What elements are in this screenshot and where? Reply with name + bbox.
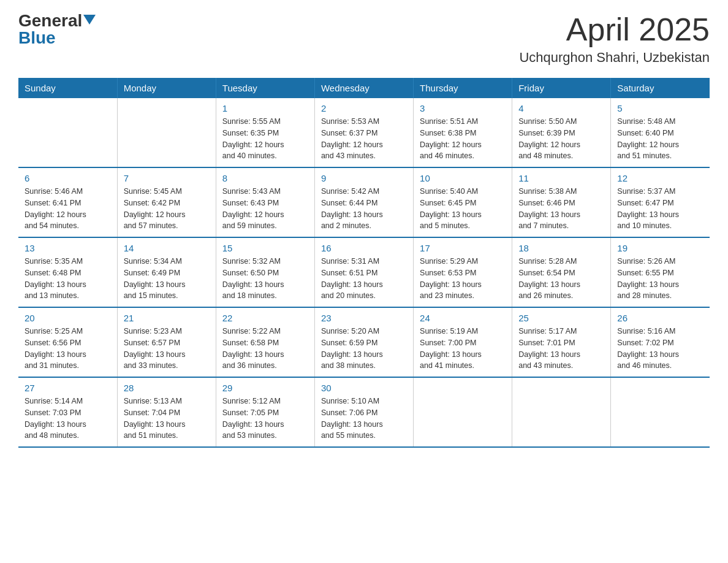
day-info: Sunrise: 5:48 AMSunset: 6:40 PMDaylight:… (617, 116, 703, 162)
day-info: Sunrise: 5:14 AMSunset: 7:03 PMDaylight:… (25, 396, 111, 442)
day-cell: 11Sunrise: 5:38 AMSunset: 6:46 PMDayligh… (512, 167, 611, 237)
day-cell: 3Sunrise: 5:51 AMSunset: 6:38 PMDaylight… (414, 98, 512, 167)
day-info: Sunrise: 5:28 AMSunset: 6:54 PMDaylight:… (518, 256, 604, 302)
day-number: 6 (25, 173, 111, 183)
day-info: Sunrise: 5:31 AMSunset: 6:51 PMDaylight:… (321, 256, 407, 302)
day-number: 29 (222, 383, 308, 393)
week-row-4: 20Sunrise: 5:25 AMSunset: 6:56 PMDayligh… (18, 307, 710, 377)
day-number: 4 (518, 103, 604, 113)
day-cell: 14Sunrise: 5:34 AMSunset: 6:49 PMDayligh… (117, 237, 216, 307)
day-info: Sunrise: 5:43 AMSunset: 6:43 PMDaylight:… (222, 186, 308, 232)
day-cell: 13Sunrise: 5:35 AMSunset: 6:48 PMDayligh… (18, 237, 117, 307)
day-info: Sunrise: 5:35 AMSunset: 6:48 PMDaylight:… (25, 256, 111, 302)
weekday-header-saturday: Saturday (611, 78, 710, 98)
day-info: Sunrise: 5:20 AMSunset: 6:59 PMDaylight:… (321, 326, 407, 372)
logo-blue-text: Blue (18, 29, 56, 47)
day-info: Sunrise: 5:22 AMSunset: 6:58 PMDaylight:… (222, 326, 308, 372)
day-number: 27 (25, 383, 111, 393)
day-info: Sunrise: 5:40 AMSunset: 6:45 PMDaylight:… (420, 186, 506, 232)
day-info: Sunrise: 5:25 AMSunset: 6:56 PMDaylight:… (25, 326, 111, 372)
day-number: 16 (321, 243, 407, 253)
day-cell: 1Sunrise: 5:55 AMSunset: 6:35 PMDaylight… (216, 98, 314, 167)
day-info: Sunrise: 5:29 AMSunset: 6:53 PMDaylight:… (420, 256, 506, 302)
day-number: 8 (222, 173, 308, 183)
day-number: 28 (124, 383, 210, 393)
day-cell: 7Sunrise: 5:45 AMSunset: 6:42 PMDaylight… (117, 167, 216, 237)
day-info: Sunrise: 5:55 AMSunset: 6:35 PMDaylight:… (222, 116, 308, 162)
weekday-header-row: SundayMondayTuesdayWednesdayThursdayFrid… (18, 78, 710, 98)
day-cell: 5Sunrise: 5:48 AMSunset: 6:40 PMDaylight… (611, 98, 710, 167)
day-cell: 19Sunrise: 5:26 AMSunset: 6:55 PMDayligh… (611, 237, 710, 307)
day-info: Sunrise: 5:23 AMSunset: 6:57 PMDaylight:… (124, 326, 210, 372)
day-cell: 29Sunrise: 5:12 AMSunset: 7:05 PMDayligh… (216, 377, 314, 447)
day-number: 1 (222, 103, 308, 113)
day-number: 21 (124, 313, 210, 323)
day-cell (512, 377, 611, 447)
day-number: 25 (518, 313, 604, 323)
day-info: Sunrise: 5:51 AMSunset: 6:38 PMDaylight:… (420, 116, 506, 162)
day-cell: 28Sunrise: 5:13 AMSunset: 7:04 PMDayligh… (117, 377, 216, 447)
day-cell: 12Sunrise: 5:37 AMSunset: 6:47 PMDayligh… (611, 167, 710, 237)
day-info: Sunrise: 5:46 AMSunset: 6:41 PMDaylight:… (25, 186, 111, 232)
day-number: 2 (321, 103, 407, 113)
day-number: 5 (617, 103, 703, 113)
logo-triangle-icon (83, 15, 96, 25)
day-number: 14 (124, 243, 210, 253)
day-number: 3 (420, 103, 506, 113)
day-info: Sunrise: 5:53 AMSunset: 6:37 PMDaylight:… (321, 116, 407, 162)
weekday-header-sunday: Sunday (18, 78, 117, 98)
day-cell (117, 98, 216, 167)
day-cell (18, 98, 117, 167)
day-number: 26 (617, 313, 703, 323)
day-cell (611, 377, 710, 447)
weekday-header-monday: Monday (117, 78, 216, 98)
day-info: Sunrise: 5:45 AMSunset: 6:42 PMDaylight:… (124, 186, 210, 232)
day-cell: 22Sunrise: 5:22 AMSunset: 6:58 PMDayligh… (216, 307, 314, 377)
day-info: Sunrise: 5:17 AMSunset: 7:01 PMDaylight:… (518, 326, 604, 372)
calendar-title: April 2025 (519, 12, 710, 47)
day-cell: 25Sunrise: 5:17 AMSunset: 7:01 PMDayligh… (512, 307, 611, 377)
day-info: Sunrise: 5:38 AMSunset: 6:46 PMDaylight:… (518, 186, 604, 232)
logo: General Blue (18, 12, 96, 47)
day-cell: 8Sunrise: 5:43 AMSunset: 6:43 PMDaylight… (216, 167, 314, 237)
week-row-3: 13Sunrise: 5:35 AMSunset: 6:48 PMDayligh… (18, 237, 710, 307)
calendar-subtitle: Uchqurghon Shahri, Uzbekistan (519, 50, 710, 66)
day-number: 7 (124, 173, 210, 183)
day-cell: 4Sunrise: 5:50 AMSunset: 6:39 PMDaylight… (512, 98, 611, 167)
day-cell: 30Sunrise: 5:10 AMSunset: 7:06 PMDayligh… (314, 377, 413, 447)
day-cell: 27Sunrise: 5:14 AMSunset: 7:03 PMDayligh… (18, 377, 117, 447)
day-info: Sunrise: 5:34 AMSunset: 6:49 PMDaylight:… (124, 256, 210, 302)
day-number: 11 (518, 173, 604, 183)
day-number: 13 (25, 243, 111, 253)
day-cell: 6Sunrise: 5:46 AMSunset: 6:41 PMDaylight… (18, 167, 117, 237)
day-info: Sunrise: 5:26 AMSunset: 6:55 PMDaylight:… (617, 256, 703, 302)
title-block: April 2025 Uchqurghon Shahri, Uzbekistan (519, 12, 710, 66)
day-cell: 18Sunrise: 5:28 AMSunset: 6:54 PMDayligh… (512, 237, 611, 307)
day-info: Sunrise: 5:42 AMSunset: 6:44 PMDaylight:… (321, 186, 407, 232)
day-cell: 17Sunrise: 5:29 AMSunset: 6:53 PMDayligh… (414, 237, 512, 307)
weekday-header-wednesday: Wednesday (314, 78, 413, 98)
page-header: General Blue April 2025 Uchqurghon Shahr… (18, 12, 710, 66)
day-cell: 9Sunrise: 5:42 AMSunset: 6:44 PMDaylight… (314, 167, 413, 237)
day-number: 24 (420, 313, 506, 323)
day-info: Sunrise: 5:32 AMSunset: 6:50 PMDaylight:… (222, 256, 308, 302)
day-cell: 20Sunrise: 5:25 AMSunset: 6:56 PMDayligh… (18, 307, 117, 377)
day-number: 9 (321, 173, 407, 183)
day-info: Sunrise: 5:12 AMSunset: 7:05 PMDaylight:… (222, 396, 308, 442)
day-info: Sunrise: 5:16 AMSunset: 7:02 PMDaylight:… (617, 326, 703, 372)
logo-general-text: General (18, 12, 82, 29)
day-cell: 10Sunrise: 5:40 AMSunset: 6:45 PMDayligh… (414, 167, 512, 237)
day-number: 17 (420, 243, 506, 253)
calendar-table: SundayMondayTuesdayWednesdayThursdayFrid… (18, 78, 710, 448)
day-number: 30 (321, 383, 407, 393)
week-row-5: 27Sunrise: 5:14 AMSunset: 7:03 PMDayligh… (18, 377, 710, 447)
day-number: 15 (222, 243, 308, 253)
weekday-header-thursday: Thursday (414, 78, 512, 98)
calendar-header: SundayMondayTuesdayWednesdayThursdayFrid… (18, 78, 710, 98)
week-row-1: 1Sunrise: 5:55 AMSunset: 6:35 PMDaylight… (18, 98, 710, 167)
day-number: 23 (321, 313, 407, 323)
day-number: 10 (420, 173, 506, 183)
weekday-header-tuesday: Tuesday (216, 78, 314, 98)
day-info: Sunrise: 5:13 AMSunset: 7:04 PMDaylight:… (124, 396, 210, 442)
day-number: 19 (617, 243, 703, 253)
